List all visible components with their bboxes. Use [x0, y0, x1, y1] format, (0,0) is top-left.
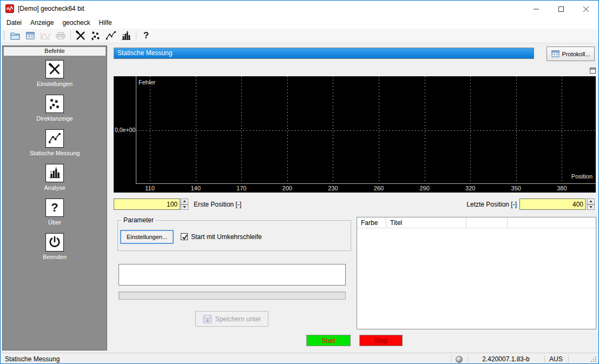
parameter-groupbox-title: Parameter: [121, 216, 156, 224]
sidebar-item-analyse[interactable]: Analyse: [44, 164, 65, 191]
menu-datei[interactable]: Datei: [2, 18, 26, 28]
start-button[interactable]: Start: [306, 335, 351, 346]
chart-x-axis-label: Position: [571, 173, 593, 180]
sidebar-item-ueber[interactable]: ? Über: [45, 198, 64, 226]
sidebar-item-label: Direktanzeige: [36, 115, 73, 122]
resize-grip[interactable]: [595, 361, 596, 362]
status-separator: [568, 355, 569, 363]
chart-x-tick-label: 260: [374, 185, 384, 191]
first-position-spin-up[interactable]: [181, 198, 188, 204]
parameter-text-input[interactable]: [119, 264, 346, 286]
open-file-button[interactable]: [8, 29, 22, 42]
chart-vgridline: [287, 76, 288, 183]
parameter-groupbox: Parameter Einstellungen... Start mit Umk…: [117, 220, 351, 251]
window-title: [Demo] geocheck64 bit: [18, 5, 84, 12]
last-position-spinner: [587, 198, 595, 210]
series-table: Farbe Titel: [357, 217, 596, 329]
sidebar-items: Einstellungen Direktanzeige: [30, 56, 80, 268]
command-sidebar: Befehle Einstellungen: [2, 45, 107, 350]
sidebar-item-direktanzeige[interactable]: Direktanzeige: [36, 95, 73, 122]
chart-vgridline: [562, 76, 562, 183]
last-position-label: Letzte Position [-]: [460, 201, 517, 208]
chart-export-button: [38, 29, 52, 42]
umkehrschleife-checkbox-label[interactable]: Start mit Umkehrschleife: [191, 233, 262, 241]
first-position-spin-down[interactable]: [181, 204, 188, 210]
first-position-label: Erste Position [-]: [194, 201, 241, 208]
chart-vgridline: [150, 76, 150, 183]
chart-vgridline: [241, 76, 242, 183]
status-separator: [544, 355, 545, 363]
chart-x-tick-label: 110: [145, 185, 155, 191]
chart-x-tick-label: 350: [511, 185, 521, 191]
question-icon: ?: [143, 30, 149, 41]
progress-bar: [119, 292, 346, 300]
question-icon: ?: [45, 198, 64, 217]
app-window: [Demo] geocheck64 bit Datei Anzeige geoc…: [0, 0, 599, 364]
help-button[interactable]: ?: [139, 29, 153, 42]
chart-vgridline: [196, 76, 196, 183]
sidebar-item-einstellungen[interactable]: Einstellungen: [37, 60, 73, 87]
umkehrschleife-checkbox[interactable]: [181, 233, 188, 240]
line-chart-icon: [45, 129, 64, 148]
histogram-toolbar-icon[interactable]: [119, 29, 133, 42]
sidebar-item-statische-messung[interactable]: Statische Messung: [30, 129, 80, 156]
status-state-text: AUS: [549, 355, 563, 363]
chart-vgridline: [333, 76, 333, 183]
globe-icon: [456, 356, 463, 363]
menu-bar: Datei Anzeige geocheck Hilfe: [1, 17, 598, 29]
chart-x-tick-label: 380: [557, 185, 567, 191]
app-icon[interactable]: [5, 4, 14, 13]
menu-geocheck[interactable]: geocheck: [58, 18, 94, 28]
last-position-spin-up[interactable]: [587, 198, 595, 204]
chart-x-tick-label: 290: [419, 185, 429, 191]
column-header-4: [508, 217, 596, 228]
chart-x-tick-label: 140: [190, 185, 200, 191]
power-icon: [45, 233, 64, 252]
table-icon: [551, 50, 559, 57]
tools-toolbar-icon[interactable]: [74, 29, 88, 42]
status-mode-text: Statische Messung: [5, 355, 60, 363]
close-button[interactable]: [574, 1, 598, 17]
status-separator: [451, 355, 452, 363]
last-position-input[interactable]: [519, 198, 586, 210]
chart-y-axis-label: Fehler: [139, 79, 155, 85]
menu-hilfe[interactable]: Hilfe: [95, 18, 116, 28]
stop-button-label: Stop: [374, 337, 388, 345]
chart-x-tick-label: 200: [282, 185, 292, 191]
protokoll-button[interactable]: Protokoll...: [547, 47, 595, 61]
speichern-unter-label: Speichern unter: [215, 315, 261, 323]
panel-title: Statische Messung: [117, 49, 172, 57]
minimize-button[interactable]: [524, 1, 549, 17]
toolbar-grip[interactable]: [3, 31, 5, 40]
einstellungen-button[interactable]: Einstellungen...: [120, 230, 174, 244]
status-bar: Statische Messung 2.420007.1.83-b AUS: [1, 353, 598, 364]
chart-x-tick-label: 170: [236, 185, 246, 191]
maximize-button[interactable]: [549, 1, 574, 17]
direct-display-toolbar-icon[interactable]: [89, 29, 103, 42]
toolbar-separator: [136, 30, 136, 41]
chart-vgridline: [516, 76, 517, 183]
title-bar: [Demo] geocheck64 bit: [1, 1, 598, 17]
sidebar-item-label: Analyse: [44, 184, 65, 191]
line-chart-toolbar-icon[interactable]: [104, 29, 118, 42]
einstellungen-button-label: Einstellungen...: [127, 234, 167, 240]
sidebar-item-label: Beenden: [43, 254, 67, 260]
tools-icon: [45, 60, 64, 78]
histogram-icon: [45, 164, 64, 182]
menu-anzeige[interactable]: Anzeige: [26, 18, 58, 28]
sidebar-header: Befehle: [3, 47, 106, 56]
sidebar-item-label: Über: [48, 219, 61, 226]
save-icon: [203, 315, 212, 323]
panel-restore-icon[interactable]: [590, 68, 596, 74]
speichern-unter-button[interactable]: Speichern unter: [195, 311, 268, 327]
sidebar-item-beenden[interactable]: Beenden: [43, 233, 67, 260]
first-position-spinner: [181, 198, 188, 210]
series-table-body[interactable]: [357, 228, 596, 329]
stop-button[interactable]: Stop: [359, 335, 403, 346]
first-position-input[interactable]: [114, 198, 180, 210]
chart-x-tick-label: 230: [328, 185, 338, 191]
last-position-spin-down[interactable]: [587, 204, 595, 210]
chart-hgridline: [136, 130, 596, 131]
status-separator: [468, 355, 468, 363]
save-table-button[interactable]: [23, 29, 37, 42]
